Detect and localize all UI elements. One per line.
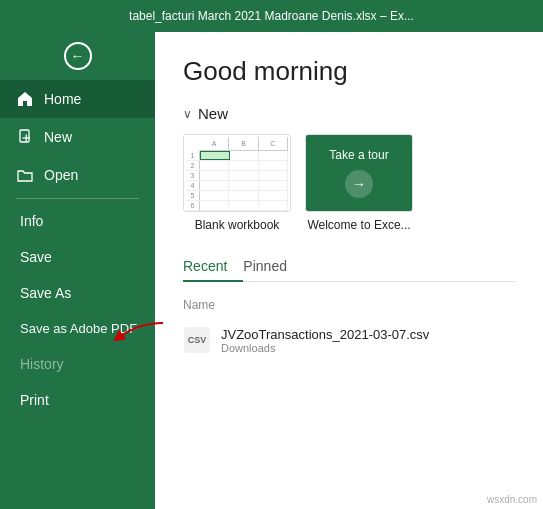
file-icon-csv: CSV <box>183 326 211 354</box>
sidebar-save-label: Save <box>20 249 52 265</box>
sidebar-item-open[interactable]: Open <box>0 156 155 194</box>
tour-arrow-icon: → <box>345 170 373 198</box>
sidebar-divider <box>16 198 139 199</box>
sidebar-open-label: Open <box>44 167 78 183</box>
sidebar-saveadobe-label: Save as Adobe PDF <box>20 321 137 336</box>
back-button[interactable]: ← <box>0 32 155 80</box>
file-name-col-header: Name <box>183 298 515 312</box>
file-info-1: JVZooTransactions_2021-03-07.csv Downloa… <box>221 327 429 354</box>
sidebar-item-history: History <box>0 346 155 382</box>
sidebar: ← Home New <box>0 32 155 509</box>
sidebar-item-saveadobe[interactable]: Save as Adobe PDF <box>0 311 155 346</box>
file-name-1: JVZooTransactions_2021-03-07.csv <box>221 327 429 342</box>
back-icon: ← <box>64 42 92 70</box>
sidebar-new-label: New <box>44 129 72 145</box>
tour-text: Take a tour <box>329 148 388 162</box>
templates-row: A B C 1 <box>183 134 515 232</box>
file-path-1: Downloads <box>221 342 429 354</box>
greeting-text: Good morning <box>183 56 515 87</box>
sidebar-item-saveas[interactable]: Save As <box>0 275 155 311</box>
sidebar-item-info[interactable]: Info <box>0 203 155 239</box>
tab-pinned[interactable]: Pinned <box>243 252 303 282</box>
sidebar-info-label: Info <box>20 213 43 229</box>
blank-workbook-thumb: A B C 1 <box>183 134 291 212</box>
folder-icon <box>16 166 34 184</box>
sidebar-history-label: History <box>20 356 64 372</box>
tour-thumb: Take a tour → <box>305 134 413 212</box>
tab-recent[interactable]: Recent <box>183 252 243 282</box>
content-area: Good morning ∨ New A B C <box>155 32 543 509</box>
sidebar-item-home[interactable]: Home <box>0 80 155 118</box>
sidebar-item-new[interactable]: New <box>0 118 155 156</box>
title-bar: tabel_facturi March 2021 Madroane Denis.… <box>0 0 543 32</box>
tab-recent-label: Recent <box>183 258 227 274</box>
file-list-header: Name <box>183 294 515 316</box>
sidebar-home-label: Home <box>44 91 81 107</box>
template-blank[interactable]: A B C 1 <box>183 134 291 232</box>
svg-rect-0 <box>20 130 29 142</box>
new-doc-icon <box>16 128 34 146</box>
new-chevron-icon[interactable]: ∨ <box>183 107 192 121</box>
watermark: wsxdn.com <box>487 494 537 505</box>
tabs-row: Recent Pinned <box>183 252 515 282</box>
tab-pinned-label: Pinned <box>243 258 287 274</box>
csv-doc-icon: CSV <box>184 327 210 353</box>
sidebar-item-save[interactable]: Save <box>0 239 155 275</box>
home-icon <box>16 90 34 108</box>
sidebar-print-label: Print <box>20 392 49 408</box>
tour-label: Welcome to Exce... <box>307 218 410 232</box>
sidebar-item-print[interactable]: Print <box>0 382 155 418</box>
list-item[interactable]: CSV JVZooTransactions_2021-03-07.csv Dow… <box>183 320 515 360</box>
new-section-header: ∨ New <box>183 105 515 122</box>
sidebar-saveas-label: Save As <box>20 285 71 301</box>
title-bar-text: tabel_facturi March 2021 Madroane Denis.… <box>129 9 414 23</box>
blank-workbook-label: Blank workbook <box>195 218 280 232</box>
new-section-title: New <box>198 105 228 122</box>
template-tour[interactable]: Take a tour → Welcome to Exce... <box>305 134 413 232</box>
